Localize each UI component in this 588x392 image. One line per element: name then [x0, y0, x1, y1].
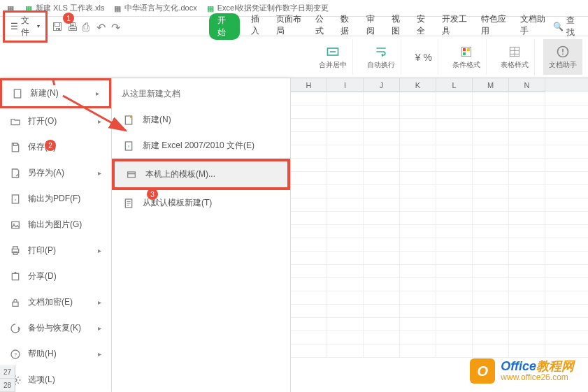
tab-insert[interactable]: 插入: [251, 13, 265, 40]
chevron-right-icon: ▸: [98, 298, 101, 306]
cond-fmt-icon: [459, 45, 473, 59]
save-as-icon: [10, 168, 21, 179]
spreadsheet[interactable]: H I J K L M N: [291, 78, 588, 392]
sheet-icon: ▦: [207, 4, 215, 13]
col-header[interactable]: M: [473, 78, 509, 92]
pdf-icon: P: [10, 194, 21, 205]
merge-icon: [326, 45, 340, 59]
percent-icon: %: [424, 52, 432, 63]
tab-label: 中华语言与文化.docx: [124, 3, 196, 13]
search-icon: 🔍: [553, 22, 564, 31]
cond-format-button[interactable]: 条件格式: [447, 39, 487, 75]
merge-center-button[interactable]: 合并居中: [313, 39, 353, 75]
tab-special[interactable]: 特色应用: [481, 13, 509, 40]
quick-access-toolbar: ☰ 文件 ▾ 🖫 🖶 ⎙ ↶ ↷ 开始 插入 页面布局 公式 数据 审阅 视图 …: [0, 17, 588, 36]
menu-export-img[interactable]: 输出为图片(G): [0, 212, 111, 238]
submenu-heading: 从这里新建文档: [112, 85, 290, 107]
helper-icon: [556, 45, 570, 59]
svg-rect-2: [463, 48, 466, 51]
hamburger-icon: ☰: [10, 22, 18, 31]
submenu-label: 新建 Excel 2007/2010 文件(E): [143, 140, 254, 152]
submenu-label: 新建(N): [143, 114, 171, 126]
new-icon: [12, 88, 23, 99]
menu-help[interactable]: ? 帮助(H) ▸: [0, 341, 111, 367]
undo-icon[interactable]: ↶: [96, 21, 106, 32]
table-style-label: 表格样式: [501, 60, 529, 70]
row-num[interactable]: 27: [0, 365, 15, 379]
save-icon[interactable]: 🖫: [52, 21, 63, 32]
tab-label: Excel收据凭证制作数字日期变更: [217, 3, 329, 13]
menu-label: 选项(L): [28, 374, 55, 386]
help-icon: ?: [10, 349, 21, 360]
menu-label: 分享(D): [28, 270, 57, 282]
wrap-text-button[interactable]: 自动换行: [361, 39, 401, 75]
menu-backup[interactable]: 备份与恢复(K) ▸: [0, 315, 111, 341]
file-menu-button[interactable]: ☰ 文件 ▾: [3, 10, 48, 43]
wrap-icon: [374, 45, 388, 59]
watermark: O Office教程网 www.office26.com: [470, 358, 574, 384]
menu-export-pdf[interactable]: P 输出为PDF(F): [0, 186, 111, 212]
tab-dev[interactable]: 开发工具: [442, 13, 470, 40]
svg-text:P: P: [15, 198, 17, 201]
row-numbers: 27 28: [0, 365, 15, 392]
chevron-right-icon: ▸: [98, 169, 101, 177]
col-header[interactable]: J: [364, 78, 400, 92]
doc-helper-button[interactable]: 文档助手: [543, 39, 582, 75]
grid-rows[interactable]: [291, 92, 588, 358]
preview-icon[interactable]: ⎙: [83, 21, 92, 32]
menu-label: 输出为PDF(F): [28, 193, 80, 205]
wm-title-b: 教程网: [536, 359, 574, 373]
chevron-right-icon: ▸: [98, 324, 101, 332]
menu-encrypt[interactable]: 文档加密(E) ▸: [0, 289, 111, 315]
xls-icon: X: [123, 140, 134, 152]
merge-label: 合并居中: [319, 60, 347, 70]
col-header[interactable]: K: [400, 78, 436, 92]
svg-text:?: ?: [14, 351, 17, 356]
image-icon: [10, 219, 21, 231]
wm-title-a: Office: [501, 359, 536, 373]
menu-options[interactable]: 选项(L): [0, 367, 111, 392]
tab-view[interactable]: 视图: [392, 13, 406, 40]
tab-layout[interactable]: 页面布局: [276, 13, 304, 40]
submenu-new[interactable]: 新建(N): [112, 107, 290, 133]
menu-print[interactable]: 打印(P) ▸: [0, 238, 111, 263]
cond-fmt-label: 条件格式: [452, 60, 480, 70]
redo-icon[interactable]: ↷: [111, 21, 121, 32]
tab-helper[interactable]: 文档助手: [520, 13, 548, 40]
doc-tab[interactable]: ▦中华语言与文化.docx: [110, 1, 201, 15]
svg-rect-13: [13, 302, 18, 306]
col-header[interactable]: H: [291, 78, 327, 92]
new-submenu: 从这里新建文档 新建(N) X 新建 Excel 2007/2010 文件(E)…: [112, 78, 291, 392]
menu-label: 帮助(H): [28, 348, 57, 360]
row-num[interactable]: 28: [0, 379, 15, 392]
default-tpl-icon: [123, 198, 134, 209]
find-button[interactable]: 🔍 查找: [553, 15, 580, 38]
tab-review[interactable]: 审阅: [366, 13, 380, 40]
menu-share[interactable]: 分享(D): [0, 263, 111, 289]
menu-save-as[interactable]: 另存为(A) ▸: [0, 160, 111, 186]
col-header[interactable]: I: [327, 78, 364, 92]
submenu-local-template[interactable]: 本机上的模板(M)...: [112, 159, 290, 190]
menu-label: 文档加密(E): [28, 296, 73, 308]
menu-label: 新建(N): [30, 87, 59, 99]
tab-security[interactable]: 安全: [417, 13, 431, 40]
ribbon: 合并居中 自动换行 ¥ % 条件格式 表格样式 文档助手: [0, 36, 588, 78]
number-format-group[interactable]: ¥ %: [410, 39, 438, 75]
menu-open[interactable]: 打开(O) ▸: [0, 108, 111, 134]
table-style-button[interactable]: 表格样式: [495, 39, 535, 75]
svg-rect-12: [12, 273, 18, 280]
col-header[interactable]: L: [436, 78, 473, 92]
menu-new[interactable]: 新建(N) ▸: [0, 78, 111, 108]
file-label: 文件: [21, 15, 34, 38]
submenu-new-xls[interactable]: X 新建 Excel 2007/2010 文件(E): [112, 133, 290, 159]
submenu-default-template[interactable]: 从默认模板新建(T): [112, 190, 290, 216]
tab-start[interactable]: 开始: [209, 13, 240, 40]
chevron-right-icon: ▸: [98, 350, 101, 358]
col-header[interactable]: N: [509, 78, 545, 92]
tab-data[interactable]: 数据: [340, 13, 354, 40]
tab-formula[interactable]: 公式: [315, 13, 329, 40]
print-icon: [10, 245, 21, 256]
logo-icon: O: [470, 358, 495, 384]
doc-icon: ▦: [114, 4, 122, 13]
table-style-icon: [508, 45, 522, 59]
